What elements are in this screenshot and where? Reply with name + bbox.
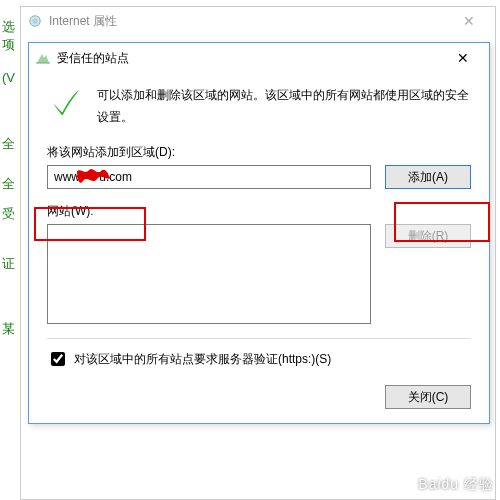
svg-point-5: [402, 484, 410, 490]
watermark: Baidu 经验: [396, 476, 494, 494]
dialog-titlebar: 受信任的站点 ✕: [29, 43, 489, 73]
https-verification-checkbox-row[interactable]: 对该区域中的所有站点要求服务器验证(https:)(S): [47, 349, 471, 369]
info-section: 可以添加和删除该区域的网站。该区域中的所有网站都使用区域的安全设置。: [47, 79, 471, 144]
dialog-title: 受信任的站点: [57, 50, 129, 67]
internet-options-icon: [27, 13, 43, 29]
parent-titlebar: Internet 属性 ✕: [21, 7, 495, 35]
svg-point-1: [32, 18, 37, 23]
add-site-input[interactable]: [47, 165, 371, 189]
close-button[interactable]: 关闭(C): [385, 385, 471, 409]
parent-window-title: Internet 属性: [49, 13, 117, 30]
sites-list-label: 网站(W):: [47, 203, 471, 220]
https-verification-label: 对该区域中的所有站点要求服务器验证(https:)(S): [74, 351, 331, 368]
sites-listbox[interactable]: [47, 224, 371, 324]
divider: [47, 338, 471, 339]
svg-point-2: [400, 480, 404, 484]
paw-icon: [396, 476, 414, 494]
svg-point-4: [407, 480, 411, 484]
https-verification-checkbox[interactable]: [51, 352, 65, 366]
add-field-wrapper: [47, 165, 371, 189]
trusted-sites-icon: [35, 50, 51, 66]
parent-close-button[interactable]: ✕: [449, 7, 489, 35]
add-button[interactable]: 添加(A): [385, 165, 471, 189]
dialog-close-button[interactable]: ✕: [443, 44, 483, 72]
remove-button: 删除(R): [385, 224, 471, 248]
add-field-label: 将该网站添加到区域(D):: [47, 144, 471, 161]
info-text: 可以添加和删除该区域的网站。该区域中的所有网站都使用区域的安全设置。: [97, 85, 469, 128]
trusted-sites-dialog: 受信任的站点 ✕ 可以添加和删除该区域的网站。该区域中的所有网站都使用区域的安全…: [28, 42, 490, 424]
svg-point-3: [403, 479, 407, 483]
background-left-fragments: 选项 (V 全 全 受 证 某: [0, 0, 20, 500]
checkmark-icon: [49, 85, 83, 122]
